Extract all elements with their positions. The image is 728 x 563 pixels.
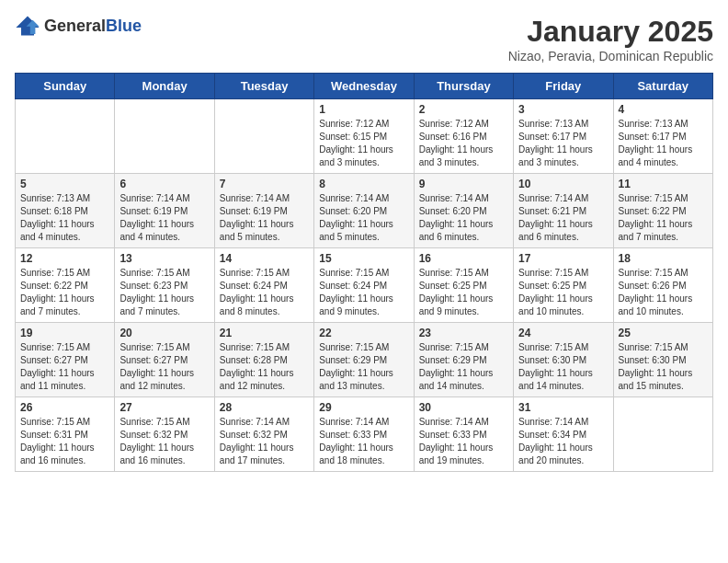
day-cell: 8Sunrise: 7:14 AM Sunset: 6:20 PM Daylig… [314, 174, 414, 248]
day-info: Sunrise: 7:14 AM Sunset: 6:33 PM Dayligh… [419, 416, 508, 467]
day-info: Sunrise: 7:14 AM Sunset: 6:33 PM Dayligh… [319, 416, 408, 467]
day-info: Sunrise: 7:15 AM Sunset: 6:22 PM Dayligh… [619, 192, 708, 244]
day-info: Sunrise: 7:13 AM Sunset: 6:17 PM Dayligh… [518, 118, 608, 169]
day-info: Sunrise: 7:14 AM Sunset: 6:21 PM Dayligh… [518, 192, 608, 244]
day-number: 23 [419, 327, 508, 339]
day-cell: 9Sunrise: 7:14 AM Sunset: 6:20 PM Daylig… [414, 174, 513, 248]
day-number: 28 [220, 401, 309, 414]
col-friday: Friday [514, 74, 613, 99]
day-info: Sunrise: 7:15 AM Sunset: 6:30 PM Dayligh… [619, 341, 708, 393]
day-cell: 13Sunrise: 7:15 AM Sunset: 6:23 PM Dayli… [115, 248, 214, 323]
day-cell: 5Sunrise: 7:13 AM Sunset: 6:18 PM Daylig… [16, 174, 115, 248]
day-info: Sunrise: 7:15 AM Sunset: 6:23 PM Dayligh… [119, 267, 209, 318]
day-info: Sunrise: 7:14 AM Sunset: 6:20 PM Dayligh… [419, 192, 508, 244]
day-info: Sunrise: 7:15 AM Sunset: 6:31 PM Dayligh… [20, 416, 109, 467]
col-monday: Monday [115, 74, 214, 99]
day-number: 25 [619, 327, 708, 339]
day-info: Sunrise: 7:15 AM Sunset: 6:25 PM Dayligh… [518, 267, 608, 318]
day-cell: 12Sunrise: 7:15 AM Sunset: 6:22 PM Dayli… [16, 248, 115, 323]
col-sunday: Sunday [16, 74, 115, 99]
week-row-2: 5Sunrise: 7:13 AM Sunset: 6:18 PM Daylig… [16, 174, 713, 248]
day-number: 13 [119, 252, 209, 265]
day-info: Sunrise: 7:15 AM Sunset: 6:29 PM Dayligh… [319, 341, 408, 393]
day-info: Sunrise: 7:14 AM Sunset: 6:32 PM Dayligh… [220, 416, 309, 467]
calendar-table: Sunday Monday Tuesday Wednesday Thursday… [15, 73, 713, 472]
day-number: 17 [518, 252, 608, 265]
logo-general: General [44, 17, 106, 35]
day-info: Sunrise: 7:15 AM Sunset: 6:28 PM Dayligh… [220, 341, 309, 393]
day-cell: 26Sunrise: 7:15 AM Sunset: 6:31 PM Dayli… [16, 397, 115, 472]
day-cell: 3Sunrise: 7:13 AM Sunset: 6:17 PM Daylig… [514, 99, 613, 174]
day-number: 5 [20, 178, 109, 190]
day-cell: 7Sunrise: 7:14 AM Sunset: 6:19 PM Daylig… [214, 174, 313, 248]
day-cell: 6Sunrise: 7:14 AM Sunset: 6:19 PM Daylig… [115, 174, 214, 248]
day-cell [16, 99, 115, 174]
col-thursday: Thursday [414, 74, 513, 99]
day-cell: 18Sunrise: 7:15 AM Sunset: 6:26 PM Dayli… [613, 248, 712, 323]
day-number: 11 [619, 178, 708, 190]
day-info: Sunrise: 7:15 AM Sunset: 6:30 PM Dayligh… [518, 341, 608, 393]
day-cell: 27Sunrise: 7:15 AM Sunset: 6:32 PM Dayli… [115, 397, 214, 472]
day-number: 10 [518, 178, 608, 190]
day-number: 27 [119, 401, 209, 414]
day-cell [115, 99, 214, 174]
day-cell: 22Sunrise: 7:15 AM Sunset: 6:29 PM Dayli… [314, 323, 414, 397]
day-cell: 16Sunrise: 7:15 AM Sunset: 6:25 PM Dayli… [414, 248, 513, 323]
day-info: Sunrise: 7:15 AM Sunset: 6:32 PM Dayligh… [119, 416, 209, 467]
day-number: 12 [20, 252, 109, 265]
day-info: Sunrise: 7:12 AM Sunset: 6:16 PM Dayligh… [419, 118, 508, 169]
day-cell: 2Sunrise: 7:12 AM Sunset: 6:16 PM Daylig… [414, 99, 513, 174]
day-cell [214, 99, 313, 174]
day-cell: 4Sunrise: 7:13 AM Sunset: 6:17 PM Daylig… [613, 99, 712, 174]
day-cell: 24Sunrise: 7:15 AM Sunset: 6:30 PM Dayli… [514, 323, 613, 397]
day-cell: 19Sunrise: 7:15 AM Sunset: 6:27 PM Dayli… [16, 323, 115, 397]
day-number: 24 [518, 327, 608, 339]
day-number: 7 [220, 178, 309, 190]
day-info: Sunrise: 7:15 AM Sunset: 6:29 PM Dayligh… [419, 341, 508, 393]
day-cell: 10Sunrise: 7:14 AM Sunset: 6:21 PM Dayli… [514, 174, 613, 248]
day-number: 3 [518, 103, 608, 116]
day-info: Sunrise: 7:15 AM Sunset: 6:26 PM Dayligh… [619, 267, 708, 318]
calendar-subtitle: Nizao, Peravia, Dominican Republic [508, 49, 713, 63]
day-cell: 20Sunrise: 7:15 AM Sunset: 6:27 PM Dayli… [115, 323, 214, 397]
day-info: Sunrise: 7:15 AM Sunset: 6:25 PM Dayligh… [419, 267, 508, 318]
day-cell: 31Sunrise: 7:14 AM Sunset: 6:34 PM Dayli… [514, 397, 613, 472]
week-row-5: 26Sunrise: 7:15 AM Sunset: 6:31 PM Dayli… [16, 397, 713, 472]
col-wednesday: Wednesday [314, 74, 414, 99]
day-number: 30 [419, 401, 508, 414]
calendar-title: January 2025 [508, 15, 713, 49]
day-number: 4 [619, 103, 708, 116]
day-info: Sunrise: 7:15 AM Sunset: 6:27 PM Dayligh… [119, 341, 209, 393]
day-cell: 28Sunrise: 7:14 AM Sunset: 6:32 PM Dayli… [214, 397, 313, 472]
day-info: Sunrise: 7:13 AM Sunset: 6:17 PM Dayligh… [619, 118, 708, 169]
day-number: 20 [119, 327, 209, 339]
day-cell: 23Sunrise: 7:15 AM Sunset: 6:29 PM Dayli… [414, 323, 513, 397]
logo: GeneralBlue [15, 15, 142, 37]
day-number: 6 [119, 178, 209, 190]
day-number: 21 [220, 327, 309, 339]
day-number: 31 [518, 401, 608, 414]
day-cell: 17Sunrise: 7:15 AM Sunset: 6:25 PM Dayli… [514, 248, 613, 323]
day-info: Sunrise: 7:14 AM Sunset: 6:19 PM Dayligh… [119, 192, 209, 244]
day-info: Sunrise: 7:15 AM Sunset: 6:22 PM Dayligh… [20, 267, 109, 318]
day-cell [613, 397, 712, 472]
day-cell: 14Sunrise: 7:15 AM Sunset: 6:24 PM Dayli… [214, 248, 313, 323]
day-number: 15 [319, 252, 408, 265]
logo-text: GeneralBlue [44, 17, 142, 36]
week-row-4: 19Sunrise: 7:15 AM Sunset: 6:27 PM Dayli… [16, 323, 713, 397]
week-row-1: 1Sunrise: 7:12 AM Sunset: 6:15 PM Daylig… [16, 99, 713, 174]
day-cell: 15Sunrise: 7:15 AM Sunset: 6:24 PM Dayli… [314, 248, 414, 323]
week-row-3: 12Sunrise: 7:15 AM Sunset: 6:22 PM Dayli… [16, 248, 713, 323]
title-block: January 2025 Nizao, Peravia, Dominican R… [508, 15, 713, 63]
day-number: 16 [419, 252, 508, 265]
day-cell: 11Sunrise: 7:15 AM Sunset: 6:22 PM Dayli… [613, 174, 712, 248]
day-info: Sunrise: 7:15 AM Sunset: 6:27 PM Dayligh… [20, 341, 109, 393]
day-number: 8 [319, 178, 408, 190]
logo-icon [15, 15, 40, 37]
day-number: 2 [419, 103, 508, 116]
day-cell: 21Sunrise: 7:15 AM Sunset: 6:28 PM Dayli… [214, 323, 313, 397]
day-cell: 29Sunrise: 7:14 AM Sunset: 6:33 PM Dayli… [314, 397, 414, 472]
day-cell: 30Sunrise: 7:14 AM Sunset: 6:33 PM Dayli… [414, 397, 513, 472]
day-number: 26 [20, 401, 109, 414]
day-number: 1 [319, 103, 408, 116]
